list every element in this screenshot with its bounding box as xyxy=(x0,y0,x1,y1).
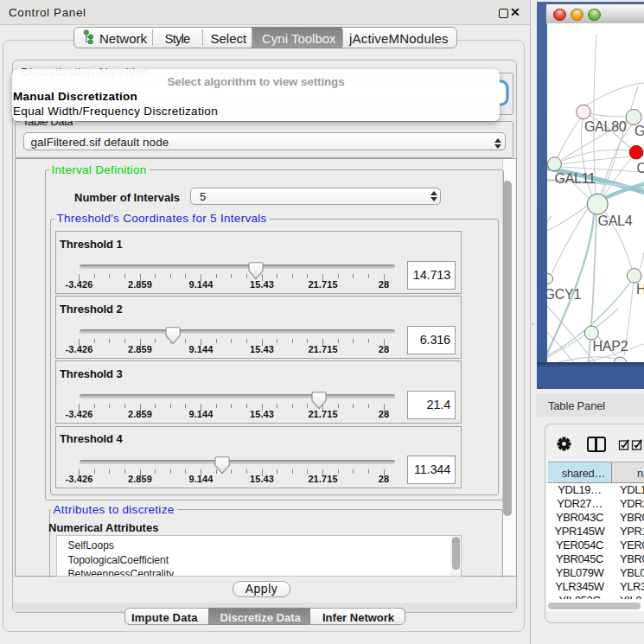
svg-text:GAL11: GAL11 xyxy=(555,171,596,186)
svg-text:GAL80: GAL80 xyxy=(584,119,627,134)
svg-text:HAP2: HAP2 xyxy=(593,339,628,354)
svg-text:H: H xyxy=(636,282,644,296)
svg-text:GCY1: GCY1 xyxy=(547,287,581,302)
svg-text:GAL4: GAL4 xyxy=(598,214,633,228)
svg-text:GA: GA xyxy=(634,124,644,138)
svg-text:C: C xyxy=(637,161,644,175)
